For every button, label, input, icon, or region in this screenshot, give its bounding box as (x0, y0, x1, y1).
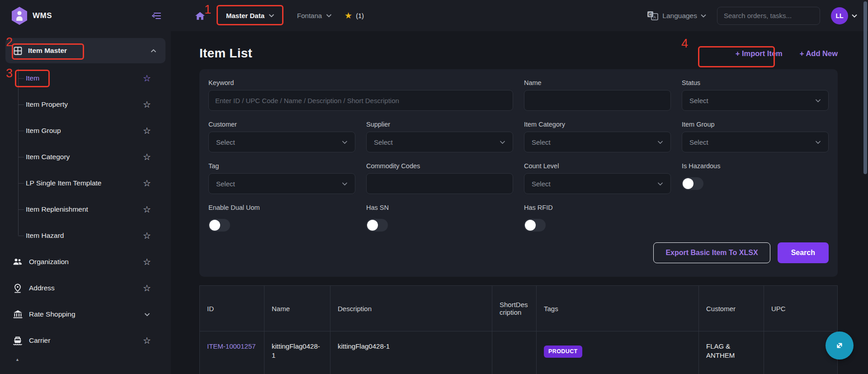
column-header-description: Description (330, 286, 492, 331)
chevron-down-icon (326, 14, 332, 18)
import-item-button[interactable]: + Import Item (736, 49, 783, 58)
is-hazardous-toggle[interactable] (682, 177, 703, 190)
sidebar-item-organization[interactable]: Organization ☆ (5, 249, 165, 275)
chevron-down-icon (657, 140, 663, 144)
global-search-input[interactable] (717, 7, 820, 25)
sidebar-item-label: Rate Shopping (29, 310, 75, 318)
status-field: Status Select (682, 79, 829, 111)
nav-master-data-dropdown[interactable]: Master Data (226, 12, 274, 19)
sidebar-collapse-icon[interactable] (151, 11, 162, 21)
sidebar-group-item-master[interactable]: Item Master (5, 38, 165, 63)
item-id-link[interactable]: ITEM-10001257 (207, 342, 256, 350)
page-scrollbar[interactable] (863, 1, 867, 174)
sidebar-item-label: Item Group (26, 127, 61, 135)
field-label: Status (682, 79, 829, 86)
is-hazardous-field: Is Hazardous (682, 162, 829, 194)
chevron-down-icon (815, 140, 821, 144)
sidebar-item-label: Item Property (26, 100, 68, 109)
field-label: Enable Dual Uom (208, 204, 355, 211)
languages-dropdown[interactable]: G A Languages (647, 11, 706, 20)
expand-fullscreen-button[interactable] (826, 331, 854, 360)
table-header-row: ID Name Description ShortDescription Tag… (200, 286, 837, 331)
export-basic-item-button[interactable]: Export Basic Item To XLSX (653, 242, 770, 263)
ship-icon (13, 336, 23, 346)
favorite-star-icon[interactable]: ☆ (143, 284, 151, 293)
sidebar-item-carrier[interactable]: Carrier ☆ (5, 327, 165, 354)
item-customer-cell: FLAG & ANTHEM (699, 331, 764, 374)
avatar[interactable]: LL (831, 7, 848, 24)
search-button[interactable]: Search (778, 242, 829, 263)
favorite-star-icon[interactable]: ☆ (143, 152, 151, 161)
home-icon[interactable] (195, 11, 205, 21)
sidebar: Item Master Item ☆ Item Property ☆ Item … (0, 31, 171, 374)
sidebar-item-address[interactable]: Address ☆ (5, 275, 165, 301)
item-upc-cell (764, 331, 837, 374)
sidebar-item-rate-shopping[interactable]: Rate Shopping (5, 301, 165, 327)
chevron-down-icon (342, 182, 348, 186)
sidebar-item-item-hazard[interactable]: Item Hazard ☆ (5, 223, 165, 249)
app-logo[interactable]: WMS (11, 6, 151, 25)
item-group-select[interactable]: Select (682, 132, 829, 152)
column-header-upc: UPC (764, 286, 837, 331)
favorite-star-icon[interactable]: ☆ (143, 231, 151, 240)
chevron-down-icon (701, 14, 706, 18)
item-category-select[interactable]: Select (524, 132, 671, 152)
app-title: WMS (33, 11, 52, 20)
sidebar-item-item-category[interactable]: Item Category ☆ (5, 144, 165, 170)
favorite-star-icon[interactable]: ☆ (143, 179, 151, 188)
nav-warehouse-label: Fontana (297, 12, 322, 19)
name-input[interactable] (524, 90, 671, 111)
sidebar-item-label: Organization (29, 258, 69, 266)
favorite-star-icon[interactable]: ☆ (143, 257, 151, 266)
select-placeholder: Select (532, 180, 551, 188)
has-rfid-toggle[interactable] (524, 219, 546, 232)
favorite-star-icon[interactable]: ☆ (143, 100, 151, 109)
favorite-star-icon[interactable]: ☆ (143, 126, 151, 135)
sidebar-item-label: Item Hazard (26, 232, 64, 240)
sidebar-item-lp-single-item-template[interactable]: LP Single Item Template ☆ (5, 170, 165, 196)
sidebar-item-label: Item (26, 74, 39, 82)
select-placeholder: Select (216, 180, 235, 188)
select-placeholder: Select (532, 138, 551, 146)
item-short-description-cell (492, 331, 537, 374)
wms-hexagon-logo-icon (11, 6, 28, 25)
sidebar-item-item-group[interactable]: Item Group ☆ (5, 118, 165, 144)
field-label: Item Category (524, 121, 671, 128)
field-label: Item Group (682, 121, 829, 128)
select-placeholder: Select (216, 138, 235, 146)
has-sn-field: Has SN (366, 204, 513, 232)
item-name-cell: kittingFlag0428-1 (264, 331, 330, 374)
sidebar-item-item[interactable]: Item ☆ (5, 65, 165, 91)
favorites-indicator[interactable]: ★ (1) (344, 11, 364, 20)
supplier-field: Supplier Select (366, 121, 513, 152)
column-header-name: Name (264, 286, 330, 331)
add-new-button[interactable]: + Add New (800, 49, 838, 58)
sidebar-tree: Item ☆ Item Property ☆ Item Group ☆ Item… (5, 65, 165, 249)
favorite-star-icon[interactable]: ☆ (143, 205, 151, 214)
toggle-knob (209, 220, 220, 231)
keyword-field: Keyword (208, 79, 513, 111)
favorite-star-icon[interactable]: ☆ (143, 336, 151, 345)
has-sn-toggle[interactable] (366, 219, 388, 232)
sidebar-item-item-replenishment[interactable]: Item Replenishment ☆ (5, 196, 165, 223)
user-menu[interactable]: LL (831, 7, 857, 24)
customer-select[interactable]: Select (208, 132, 355, 152)
enable-dual-uom-toggle[interactable] (208, 219, 230, 232)
supplier-select[interactable]: Select (366, 132, 513, 152)
keyword-input[interactable] (208, 90, 513, 111)
tag-select[interactable]: Select (208, 173, 355, 194)
favorite-star-icon[interactable]: ☆ (143, 74, 151, 83)
languages-label: Languages (662, 12, 697, 20)
chevron-down-icon (269, 14, 274, 18)
commodity-codes-input[interactable] (366, 173, 513, 194)
favorites-count: (1) (356, 12, 364, 19)
count-level-select[interactable]: Select (524, 173, 671, 194)
nav-warehouse-dropdown[interactable]: Fontana (297, 12, 332, 19)
status-select[interactable]: Select (682, 90, 829, 111)
filter-panel: Keyword Name Status Select Customer (199, 69, 838, 277)
sidebar-item-item-property[interactable]: Item Property ☆ (5, 91, 165, 118)
sidebar-scroll-up-icon[interactable]: ▲ (15, 357, 165, 362)
item-category-field: Item Category Select (524, 121, 671, 152)
field-label: Keyword (208, 79, 513, 86)
page-title: Item List (199, 46, 252, 61)
